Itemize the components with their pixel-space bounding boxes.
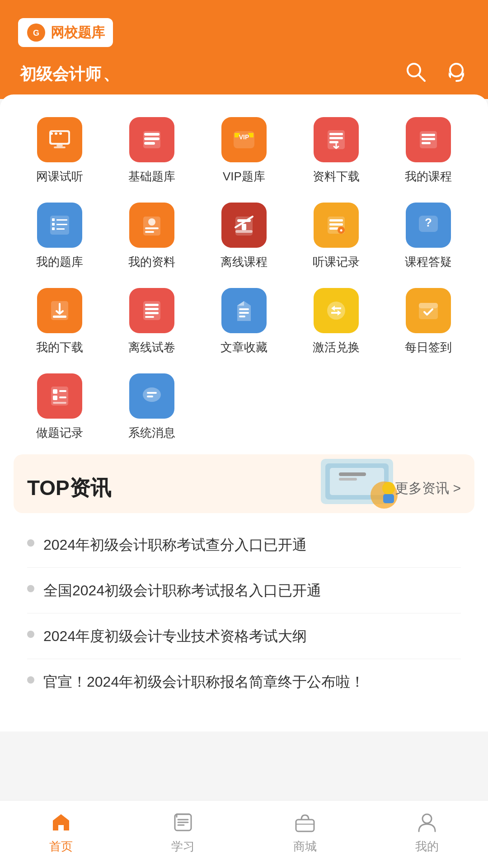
svg-rect-30 [56, 219, 67, 221]
grid-label: 激活兑换 [313, 340, 360, 355]
search-button[interactable] [402, 58, 429, 85]
nav-home-label: 首页 [49, 839, 73, 854]
nav-shop[interactable]: 商城 [244, 810, 366, 854]
grid-label: 课程答疑 [405, 254, 452, 270]
news-bullet [27, 631, 34, 638]
headset-icon [445, 60, 468, 84]
svg-rect-77 [339, 478, 357, 481]
svg-rect-31 [56, 224, 67, 225]
grid-item-tingke[interactable]: ● 听课记录 [290, 198, 382, 274]
grid-item-xiazai[interactable]: 我的下载 [14, 283, 106, 360]
grid-label: 资料下载 [313, 169, 360, 184]
svg-rect-19 [329, 133, 343, 135]
svg-text:VIP: VIP [239, 133, 249, 141]
grid-item-jihuo[interactable]: 激活兑换 [290, 283, 382, 360]
icon-grid: 网课试听 基础题库 VIP V [14, 113, 474, 445]
svg-text:G: G [33, 28, 39, 38]
grid-item-dayi[interactable]: ? 课程答疑 [382, 198, 474, 274]
study-icon [170, 810, 196, 835]
svg-rect-32 [56, 228, 65, 230]
news-item-2[interactable]: 2024年度初级会计专业技术资格考试大纲 [27, 613, 461, 659]
header: G 网校题库 初级会计师、 [0, 0, 488, 99]
svg-rect-59 [239, 316, 245, 317]
qa-icon: ? [415, 212, 441, 238]
svg-point-4 [450, 64, 463, 76]
grid-label: 每日签到 [405, 340, 452, 355]
svg-rect-58 [239, 312, 249, 314]
nav-mine[interactable]: 我的 [366, 810, 488, 854]
svg-rect-14 [144, 137, 160, 140]
grid-item-wangke[interactable]: 网课试听 [14, 113, 106, 189]
news-bullet [27, 676, 34, 684]
svg-rect-65 [53, 396, 57, 400]
svg-rect-64 [53, 389, 57, 394]
grid-item-xiaoxi[interactable]: 系统消息 [106, 369, 198, 445]
grid-item-woziliao[interactable]: 我的资料 [106, 198, 198, 274]
svg-rect-55 [145, 312, 159, 314]
svg-rect-21 [329, 141, 338, 143]
news-header: TOP资讯 更多资讯 > [14, 454, 474, 513]
nav-home[interactable]: 首页 [0, 810, 122, 854]
svg-rect-71 [147, 396, 153, 397]
grid-item-kecheng[interactable]: 我的课程 [382, 113, 474, 189]
svg-point-83 [422, 814, 432, 823]
news-item-0[interactable]: 2024年初级会计职称考试查分入口已开通 [27, 522, 461, 568]
news-item-3[interactable]: 官宣！2024年初级会计职称报名简章终于公布啦！ [27, 659, 461, 704]
svg-rect-28 [52, 223, 55, 226]
news-text: 全国2024初级会计职称考试报名入口已开通 [43, 580, 321, 601]
svg-rect-81 [296, 820, 314, 831]
grid-item-vip[interactable]: VIP VIP题库 [198, 113, 290, 189]
offline-icon [231, 212, 257, 238]
svg-rect-70 [147, 392, 157, 394]
news-bullet [27, 539, 34, 547]
grid-item-ziliao[interactable]: 资料下载 [290, 113, 382, 189]
bottom-spacer [0, 731, 488, 804]
news-text: 2024年度初级会计专业技术资格考试大纲 [43, 625, 307, 647]
grid-label: 基础题库 [128, 169, 175, 184]
svg-rect-40 [235, 230, 253, 233]
news-more-button[interactable]: 更多资讯 > [395, 479, 461, 498]
grid-label: VIP题库 [223, 169, 265, 184]
nav-study[interactable]: 学习 [122, 810, 244, 854]
svg-rect-27 [52, 218, 55, 221]
svg-rect-13 [144, 133, 160, 136]
svg-line-3 [418, 75, 425, 81]
main-content: 网课试听 基础题库 VIP V [0, 94, 488, 731]
svg-rect-8 [55, 132, 57, 135]
svg-rect-56 [145, 316, 154, 318]
grid-empty [198, 369, 290, 445]
svg-rect-66 [59, 390, 66, 392]
user-icon [414, 810, 440, 835]
article-icon [231, 297, 257, 324]
grid-item-qiandao[interactable]: 每日签到 [382, 283, 474, 360]
exercise-icon [47, 383, 73, 409]
nav-shop-label: 商城 [293, 839, 317, 854]
grid-label: 我的题库 [36, 254, 83, 270]
grid-item-zuoti[interactable]: 做题记录 [14, 369, 106, 445]
grid-item-wotiku[interactable]: 我的题库 [14, 198, 106, 274]
svg-rect-23 [422, 134, 435, 136]
books-icon [139, 127, 165, 153]
logo-box: G 网校题库 [18, 18, 113, 47]
logo-icon: G [26, 23, 46, 42]
grid-item-jichuti[interactable]: 基础题库 [106, 113, 198, 189]
checkin-icon [415, 297, 441, 324]
message-icon [139, 383, 165, 409]
page-title: 初级会计师、 [18, 58, 119, 85]
grid-label: 离线试卷 [128, 340, 175, 355]
my-data-icon [139, 212, 165, 238]
grid-label: 听课记录 [313, 254, 360, 270]
my-tiku-icon [47, 212, 73, 238]
grid-label: 我的资料 [128, 254, 175, 270]
grid-item-lixian[interactable]: 离线课程 [198, 198, 290, 274]
header-bottom: 初级会计师、 [18, 58, 470, 85]
svg-rect-20 [329, 137, 343, 139]
svg-rect-51 [53, 316, 66, 318]
svg-rect-79 [383, 494, 394, 503]
grid-item-lixianjuan[interactable]: 离线试卷 [106, 283, 198, 360]
svg-rect-15 [144, 142, 155, 145]
svg-text:?: ? [425, 216, 432, 229]
grid-item-wenzhang[interactable]: 文章收藏 [198, 283, 290, 360]
service-button[interactable] [443, 58, 470, 85]
news-item-1[interactable]: 全国2024初级会计职称考试报名入口已开通 [27, 568, 461, 613]
